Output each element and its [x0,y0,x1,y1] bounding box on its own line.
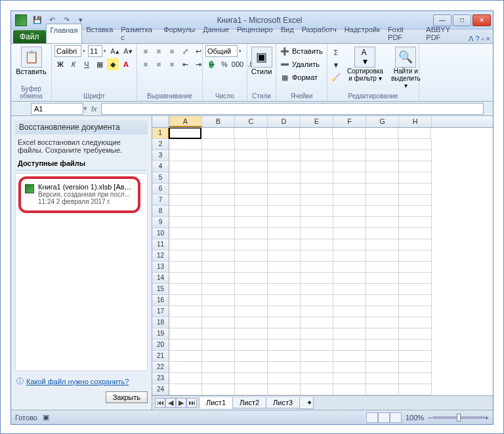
cell[interactable] [169,328,202,340]
cell[interactable] [169,250,202,262]
cell[interactable] [333,172,366,184]
align-left-icon[interactable]: ≡ [140,58,152,70]
cell[interactable] [202,284,235,295]
window-restore-icon[interactable]: ▫ [482,35,484,43]
cell[interactable] [169,217,202,228]
cell[interactable] [333,139,366,150]
cell[interactable] [399,384,432,395]
cell[interactable] [333,284,366,295]
file-tab[interactable]: Файл [13,30,46,43]
sort-filter-button[interactable]: A▼ Сортировкаи фильтр ▾ [345,45,386,92]
cell[interactable] [301,284,333,295]
cell[interactable] [268,206,301,217]
page-break-view-icon[interactable] [390,412,402,423]
cell[interactable] [169,184,202,195]
cell[interactable] [399,150,432,161]
fill-icon[interactable]: ▼ [330,59,342,71]
cell[interactable] [235,340,268,351]
row-header[interactable]: 1 [152,128,169,139]
find-select-button[interactable]: 🔍 Найти ивыделить ▾ [388,45,423,92]
cell[interactable] [235,262,268,273]
cell[interactable] [366,351,399,362]
orientation-icon[interactable]: ⤢ [179,45,191,57]
cell[interactable] [169,306,202,317]
recovery-help-link[interactable]: ⓘ Какой файл нужно сохранить? [15,374,148,389]
row-header[interactable]: 7 [152,195,169,206]
delete-cells-button[interactable]: ➖ [279,58,291,70]
cell[interactable] [398,128,431,139]
cell[interactable] [333,306,366,317]
bold-button[interactable]: Ж [54,58,66,70]
cell[interactable] [268,317,301,328]
cell[interactable] [333,239,366,250]
cell[interactable] [268,172,301,184]
cell[interactable] [169,317,202,328]
cell[interactable] [202,228,235,239]
cell[interactable] [333,373,366,384]
cell[interactable] [333,195,366,206]
ribbon-tab[interactable]: Данные [199,24,233,43]
row-header[interactable]: 8 [152,206,169,217]
cell[interactable] [399,328,432,340]
column-header[interactable]: B [202,116,235,127]
cell[interactable] [202,150,235,161]
row-header[interactable]: 24 [152,384,169,395]
cell[interactable] [301,384,333,395]
ribbon-tab[interactable]: ABBYY PDF [422,24,468,43]
cell[interactable] [235,295,268,306]
zoom-level[interactable]: 100% [406,414,424,422]
row-header[interactable]: 14 [152,273,169,284]
ribbon-tab[interactable]: Разметка с [117,24,159,43]
cell[interactable] [333,250,366,262]
cell[interactable] [333,351,366,362]
formula-bar[interactable] [101,103,484,115]
ribbon-tab[interactable]: Вид [277,24,298,43]
underline-button[interactable]: Ч [81,58,93,70]
cell[interactable] [235,195,268,206]
align-right-icon[interactable]: ≡ [166,58,178,70]
format-cells-button[interactable]: ▦ [279,71,291,83]
font-color-button[interactable]: A [120,58,132,70]
cell[interactable] [333,384,366,395]
cell[interactable] [301,228,333,239]
cell[interactable] [202,195,235,206]
clear-icon[interactable]: 🧹 [330,71,342,83]
cell[interactable] [268,362,301,373]
cell[interactable] [366,273,399,284]
cell[interactable] [301,351,333,362]
cell[interactable] [202,340,235,351]
insert-cells-button[interactable]: ➕ [279,45,291,57]
cell[interactable] [366,217,399,228]
sheet-tab[interactable]: Лист1 [199,397,233,408]
font-size-select[interactable]: 11 [88,45,102,57]
cell[interactable] [399,139,432,150]
row-header[interactable]: 21 [152,351,169,362]
cell[interactable] [235,384,268,395]
italic-button[interactable]: К [68,58,79,70]
row-header[interactable]: 20 [152,340,169,351]
cell[interactable] [300,128,333,139]
save-icon[interactable]: 💾 [31,14,44,27]
align-center-icon[interactable]: ≡ [153,58,165,70]
row-header[interactable]: 4 [152,161,169,172]
cell[interactable] [399,172,432,184]
cell[interactable] [399,262,432,273]
grow-font-icon[interactable]: A▴ [109,45,121,57]
cell[interactable] [366,139,399,150]
cell[interactable] [366,228,399,239]
cell[interactable] [169,284,202,295]
ribbon-tab[interactable]: Главная [46,24,83,43]
cell[interactable] [169,195,202,206]
cell[interactable] [333,184,366,195]
column-header[interactable]: F [333,116,366,127]
percent-icon[interactable]: % [219,58,230,70]
cell[interactable] [366,128,398,139]
ribbon-tab[interactable]: Foxit PDF [384,24,422,43]
sheet-nav-prev-icon[interactable]: ◀ [165,398,176,408]
cell[interactable] [169,273,202,284]
cell[interactable] [301,150,333,161]
cell[interactable] [202,317,235,328]
zoom-in-icon[interactable]: + [485,414,489,422]
cell[interactable] [333,217,366,228]
cell[interactable] [169,239,202,250]
